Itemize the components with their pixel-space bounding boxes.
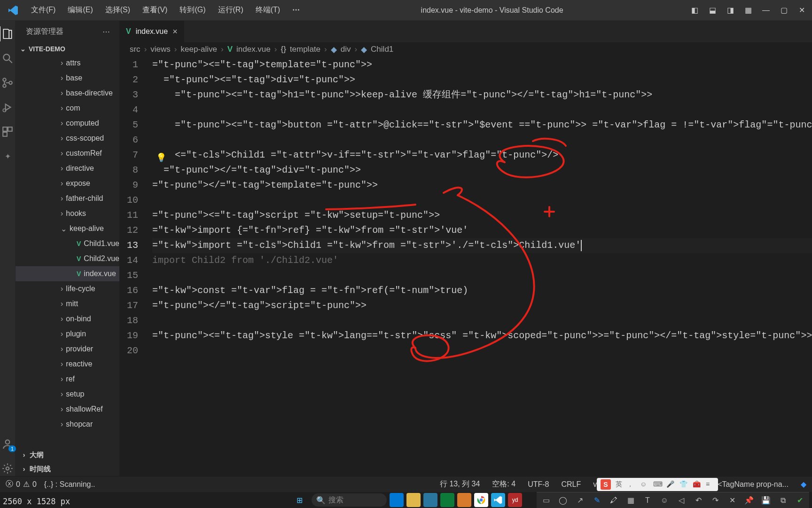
breadcrumb-item[interactable]: div [341,45,351,54]
activity-scm-icon[interactable] [0,75,15,90]
tree-folder-css-scoped[interactable]: ›css-scoped [16,131,119,146]
section-timeline[interactable]: › 时间线 [16,462,119,476]
status-encoding[interactable]: UTF-8 [528,480,549,489]
tree-folder-setup[interactable]: ›setup [16,387,119,402]
tree-folder-customRef[interactable]: ›customRef [16,146,119,161]
tree-folder-ref[interactable]: ›ref [16,372,119,387]
taskbar-app-chrome[interactable] [474,493,488,507]
ime-toolbox-icon[interactable]: 🧰 [693,480,701,489]
menu-file[interactable]: 文件(F) [31,5,55,15]
taskbar-app-excel[interactable] [440,493,454,507]
snip-line-icon[interactable]: ↗ [575,496,585,505]
snip-marker-icon[interactable]: 🖍 [609,496,618,505]
snip-pen-icon[interactable]: ✎ [592,496,601,505]
status-bell-icon[interactable]: ◆ [801,480,806,489]
breadcrumb-item[interactable]: src [130,45,141,54]
menu-run[interactable]: 运行(R) [218,5,243,15]
taskbar-app-folder[interactable] [406,493,421,507]
ime-lang[interactable]: 英 [616,480,622,489]
tree-folder-provider[interactable]: ›provider [16,341,119,357]
breadcrumb-item[interactable]: views [150,45,171,54]
lightbulb-icon[interactable]: 💡 [156,151,166,166]
snip-sticker-icon[interactable]: ☺ [660,496,669,505]
ime-menu-icon[interactable]: ≡ [706,480,714,489]
ime-punct-icon[interactable]: ， [627,480,635,489]
breadcrumb[interactable]: src› views› keep-alive› V index.vue› {} … [119,42,812,56]
tree-folder-computed[interactable]: ›computed [16,116,119,131]
breadcrumb-item[interactable]: Child1 [371,45,393,54]
sidebar-more-icon[interactable]: ⋯ [102,27,111,36]
tree-folder-mitt[interactable]: ›mitt [16,296,119,311]
tree-folder-on-bind[interactable]: ›on-bind [16,311,119,326]
section-outline[interactable]: › 大纲 [16,448,119,462]
activity-explorer-icon[interactable] [0,26,15,41]
menu-goto[interactable]: 转到(G) [180,5,205,15]
status-scanning[interactable]: {..} : Scanning.. [44,480,95,489]
status-eol[interactable]: CRLF [561,480,581,489]
snip-pin-icon[interactable]: 📌 [744,496,754,505]
snip-text-icon[interactable]: T [643,496,652,505]
status-lncol[interactable]: 行 13, 列 34 [440,479,480,489]
tree-folder-attrs[interactable]: ›attrs [16,56,119,71]
layout-grid-icon[interactable]: ▦ [743,6,753,15]
ime-skin-icon[interactable]: 👕 [679,480,688,489]
snip-confirm-icon[interactable]: ✔ [795,496,804,505]
activity-extensions-icon[interactable] [0,124,15,139]
taskbar-app-explorer[interactable] [390,493,404,507]
taskbar-search[interactable]: 🔍 搜索 [312,493,387,507]
breadcrumb-item[interactable]: index.vue [236,45,271,54]
ime-emoji-icon[interactable]: ☺ [640,480,648,489]
snip-save-icon[interactable]: 💾 [761,496,771,505]
tree-folder-father-child[interactable]: ›father-child [16,191,119,206]
code-content[interactable]: ="t-punc"><="t-tag">template="t-punc">> … [152,56,812,476]
layout-left-icon[interactable]: ◧ [690,6,699,15]
menu-view[interactable]: 查看(V) [142,5,167,15]
tree-file-Child1.vue[interactable]: VChild1.vue [16,236,119,251]
menu-edit[interactable]: 编辑(E) [68,5,93,15]
ime-voice-icon[interactable]: 🎤 [666,480,675,489]
activity-genie-icon[interactable]: ✦ [0,149,15,164]
tree-file-index.vue[interactable]: Vindex.vue [16,266,119,281]
menu-select[interactable]: 选择(S) [105,5,130,15]
tree-folder-shopcar[interactable]: ›shopcar [16,417,119,432]
tree-folder-base[interactable]: ›base [16,71,119,86]
status-vetur-tagname[interactable]: <TagName prop-na... [718,480,789,489]
taskbar-app-ppt[interactable] [457,493,471,507]
taskbar-app-terminal[interactable] [423,493,437,507]
status-indent[interactable]: 空格: 4 [492,479,515,489]
tree-folder-expose[interactable]: ›expose [16,176,119,191]
tree-folder-life-cycle[interactable]: ›life-cycle [16,281,119,296]
window-minimize-icon[interactable]: ― [761,6,771,15]
tree-folder-base-directive[interactable]: ›base-directive [16,86,119,101]
menu-terminal[interactable]: 终端(T) [256,5,280,15]
window-close-icon[interactable]: ✕ [797,6,806,15]
status-errors[interactable]: ⓧ 0 ⚠ 0 [6,479,37,489]
layout-right-icon[interactable]: ◨ [726,6,735,15]
ime-toolbar[interactable]: S 英 ， ☺ ⌨ 🎤 👕 🧰 ≡ [597,478,718,491]
start-icon[interactable]: ⊞ [290,493,309,507]
activity-settings-icon[interactable] [0,461,15,476]
taskbar-app-vscode[interactable] [491,493,505,507]
snip-mosaic-icon[interactable]: ▦ [626,496,635,505]
window-maximize-icon[interactable]: ▢ [779,6,789,15]
snip-copy-icon[interactable]: ⧉ [778,496,788,505]
snip-cancel-icon[interactable]: ✕ [727,496,737,505]
sidebar-root[interactable]: ⌄ VITE-DEMO [16,42,119,56]
tab-close-icon[interactable]: × [172,27,178,37]
tree-folder-com[interactable]: ›com [16,101,119,116]
code-editor[interactable]: 1234567891011121314151617181920 ="t-punc… [119,56,812,476]
tree-folder-directive[interactable]: ›directive [16,161,119,176]
tree-file-Child2.vue[interactable]: VChild2.vue [16,251,119,266]
snip-eraser-icon[interactable]: ◁ [677,496,686,505]
taskbar-app-youdao[interactable]: yd [508,493,522,507]
activity-account-icon[interactable]: 1 [0,437,15,452]
tree-folder-hooks[interactable]: ›hooks [16,206,119,221]
activity-debug-icon[interactable] [0,100,15,115]
tree-folder-shallowRef[interactable]: ›shallowRef [16,402,119,417]
tree-folder-plugin[interactable]: ›plugin [16,326,119,341]
snip-undo-icon[interactable]: ↶ [694,496,703,505]
tree-folder-keep-alive[interactable]: ⌄keep-alive [16,221,119,236]
sogou-logo-icon[interactable]: S [601,479,611,490]
snip-ellipse-icon[interactable]: ◯ [558,496,568,505]
ime-keyboard-icon[interactable]: ⌨ [653,480,662,489]
